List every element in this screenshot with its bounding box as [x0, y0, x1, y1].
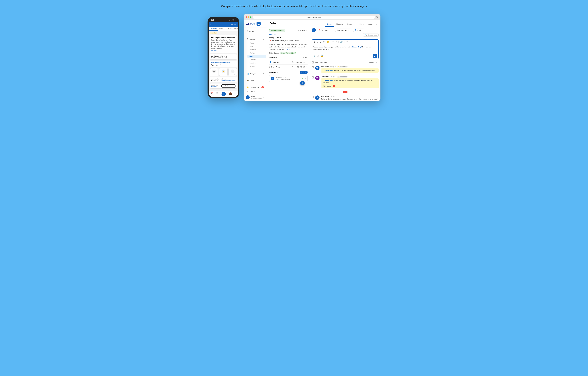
- tab-book[interactable]: Book: [233, 27, 239, 31]
- phone-icon[interactable]: 📞: [211, 64, 214, 66]
- sidebar-item-bookings[interactable]: Bookings: [247, 58, 266, 61]
- sidebar-item-settings[interactable]: ⚙ Settings: [245, 90, 266, 94]
- list-icon[interactable]: ☰: [216, 92, 218, 96]
- phone-body: On-Site Washing Machine maintenance Spee…: [209, 31, 238, 91]
- bold-tool[interactable]: B: [314, 41, 316, 43]
- tab-overview[interactable]: Overview: [209, 27, 218, 31]
- maximize-dot[interactable]: [250, 16, 252, 18]
- tab-notes[interactable]: Notes: [218, 27, 225, 31]
- calendar-icon[interactable]: 📅: [210, 92, 213, 96]
- msg-checkbox-2[interactable]: [312, 76, 314, 78]
- menu-icon[interactable]: ≡: [235, 92, 237, 96]
- email-icon[interactable]: ✉: [220, 64, 221, 66]
- emoji-tool[interactable]: 😊: [326, 41, 329, 43]
- see-more-btn[interactable]: more: [287, 48, 290, 50]
- phone-contact-actions: 📞 💬 ✉: [211, 64, 235, 66]
- sidebar-item-quotes[interactable]: Quotes: [247, 51, 266, 54]
- sidebar-item-clients[interactable]: Clients: [247, 41, 266, 44]
- sidebar-learn-section: 🎓 Learn: [244, 77, 267, 84]
- at-icon[interactable]: @: [317, 55, 319, 57]
- contact-harry-expand-icon[interactable]: ∨: [306, 66, 307, 68]
- undo-tool[interactable]: ↩: [346, 41, 348, 43]
- sidebar-item-analyze[interactable]: 📊 Analyze ∨: [245, 72, 266, 76]
- sidebar-item-notifications[interactable]: 🔔 Notifications 1: [245, 85, 266, 89]
- more-options-icon[interactable]: ⋮: [306, 29, 307, 32]
- sidebar-item-requests[interactable]: Requests: [247, 48, 266, 51]
- notes-nav-btn[interactable]: ‹: [312, 28, 316, 32]
- phone-job-id: #AU123: [218, 23, 225, 25]
- user-profile[interactable]: N Name name@geoop.com →: [244, 94, 267, 101]
- bill-to-label: Bill to other: [221, 78, 235, 80]
- msg-avatar-3: YN: [315, 96, 319, 100]
- redo-tool[interactable]: ↪: [349, 41, 352, 43]
- bill-to-value: AAA Finance Resources: [221, 80, 235, 81]
- collect-payment-btn[interactable]: Collect payment: [221, 84, 235, 87]
- comment-type-filter[interactable]: Comment type ∨: [335, 29, 350, 32]
- edit-icon[interactable]: ✏: [231, 23, 233, 26]
- sidebar-item-learn[interactable]: 🎓 Learn: [245, 78, 266, 83]
- editor-content[interactable]: Would you mind getting approval the amen…: [312, 44, 378, 53]
- strikethrough-tool[interactable]: S: [323, 41, 325, 43]
- more-icon[interactable]: ⋯: [234, 23, 236, 26]
- add-charge-btn[interactable]: $ Add charge: [228, 68, 237, 76]
- browser-search-icon[interactable]: 🔍: [376, 16, 378, 18]
- billing-status-badge: Ready For Invoicing: [280, 52, 296, 54]
- address-bar[interactable]: www.try.geoop.com: [253, 16, 375, 19]
- menu-toggle-btn[interactable]: [257, 22, 261, 26]
- tab-charges[interactable]: Charges: [334, 22, 345, 27]
- select-all-checkbox[interactable]: [312, 61, 314, 64]
- sidebar-item-staff[interactable]: Staff: [247, 45, 266, 48]
- edit-btn[interactable]: ✏ Edit: [300, 30, 305, 32]
- italic-tool[interactable]: I: [317, 41, 318, 43]
- notes-panel: ‹ 📅 Date range ∨ | Comment type ∨: [310, 27, 380, 101]
- link-tool[interactable]: 🔗: [340, 41, 343, 43]
- tab-documents[interactable]: Documents: [345, 22, 357, 27]
- msg-checkbox-3[interactable]: [312, 96, 314, 98]
- up-arrow-icon[interactable]: △: [298, 29, 299, 32]
- back-arrow-icon[interactable]: ‹: [210, 23, 211, 26]
- msg-body-1: Your Name 3h ago • 🔒 Internal note: [321, 66, 378, 73]
- logout-icon[interactable]: →: [263, 96, 265, 98]
- header-link[interactable]: all job information: [262, 5, 282, 8]
- lock-icon[interactable]: 🔒: [321, 55, 323, 57]
- sidebar-item-jobs[interactable]: Jobs: [247, 55, 266, 58]
- msg-text-2: @Your Name I've just bought the material…: [323, 79, 377, 84]
- tab-prev-arrow[interactable]: ‹: [323, 23, 325, 25]
- contact-expand-icon[interactable]: ∨: [306, 61, 307, 63]
- search-notes-input[interactable]: 🔍 Search notes: [363, 33, 378, 37]
- attach-icon[interactable]: 📎: [314, 55, 316, 57]
- message-icon[interactable]: 💬: [216, 64, 218, 66]
- sidebar-item-invoices[interactable]: Invoices: [247, 64, 266, 68]
- tab-next-arrow[interactable]: ›: [375, 23, 378, 25]
- newest-first-btn[interactable]: Newest first ↕: [369, 62, 378, 63]
- msg-checkbox-1[interactable]: [312, 66, 314, 68]
- close-dot[interactable]: [246, 16, 247, 18]
- tab-quotes[interactable]: Quo...: [366, 22, 375, 27]
- sidebar-item-manage[interactable]: ☰ Manage ∧: [245, 37, 266, 41]
- unordered-list-tool[interactable]: ≡: [335, 41, 337, 43]
- sidebar-item-create[interactable]: ⊕ Create ∨: [245, 29, 266, 33]
- minimize-dot[interactable]: [248, 16, 249, 18]
- fab-add-btn[interactable]: +: [300, 81, 305, 85]
- send-btn[interactable]: ▶: [373, 54, 377, 58]
- tab-charges[interactable]: Charges: [225, 27, 233, 31]
- start-timer-btn[interactable]: ⏱ Start timer: [210, 68, 218, 76]
- tab-notes[interactable]: Notes: [325, 22, 334, 27]
- staff-filter[interactable]: 👤 Staff ∨: [353, 29, 364, 32]
- date-range-filter[interactable]: 📅 Date range ∨: [317, 29, 332, 32]
- add-fab-btn[interactable]: +: [221, 92, 226, 96]
- ordered-list-tool[interactable]: ≡: [332, 41, 334, 43]
- add-booking-btn[interactable]: + Add: [300, 71, 307, 74]
- add-note-btn[interactable]: 📝 Add note: [219, 68, 228, 76]
- attachment-count-badge: 2: [333, 85, 335, 87]
- underline-tool[interactable]: U: [319, 41, 322, 43]
- msg-author-3: Your Name: [321, 96, 329, 97]
- see-more-link[interactable]: see more: [211, 50, 217, 52]
- billing-label: Billing Status:: [269, 52, 279, 54]
- msg-avatar-2: SN: [315, 76, 319, 80]
- booking-chevron-icon[interactable]: ∨: [305, 77, 306, 79]
- tab-forms[interactable]: Forms: [357, 22, 366, 27]
- sidebar-item-locations[interactable]: Locations: [247, 61, 266, 64]
- bag-icon[interactable]: 💼: [229, 92, 232, 96]
- contacts-edit-btn[interactable]: ✏ Edit: [303, 56, 307, 58]
